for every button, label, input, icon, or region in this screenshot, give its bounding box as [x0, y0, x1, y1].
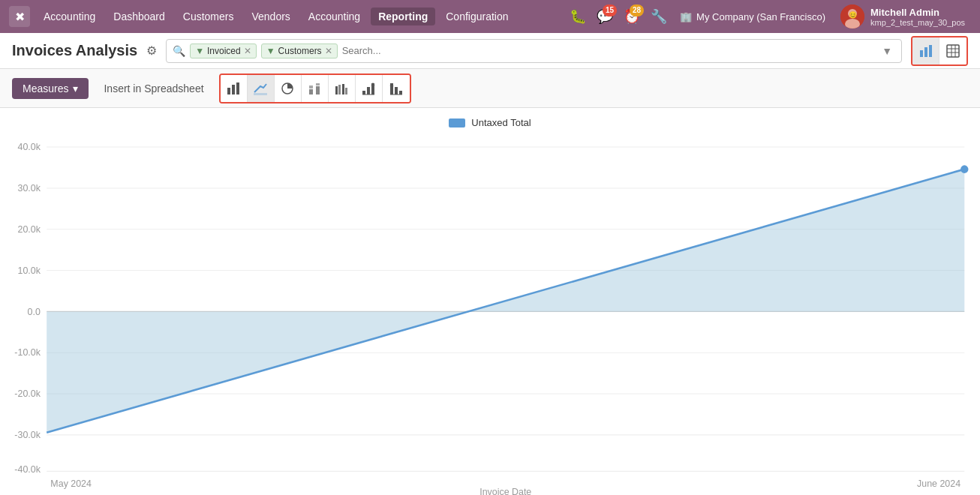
wrench-icon-btn[interactable]: 🔧: [647, 4, 671, 28]
svg-rect-27: [362, 91, 365, 94]
page-header: Invoices Analysis ⚙ 🔍 ▼ Invoiced ✕ ▼ Cus…: [0, 33, 980, 69]
svg-text:-10.0k: -10.0k: [14, 347, 41, 358]
clock-icon-btn[interactable]: ⏰ 28: [620, 4, 644, 28]
nav-item-configuration[interactable]: Configuration: [438, 8, 516, 26]
user-menu[interactable]: 😊 Mitchell Admin kmp_2_test_may_30_pos: [834, 4, 971, 28]
clock-badge: 28: [630, 4, 644, 16]
svg-text:😊: 😊: [849, 10, 858, 20]
page-title: Invoices Analysis: [12, 42, 137, 59]
svg-rect-22: [316, 83, 320, 86]
svg-rect-23: [335, 86, 338, 94]
chart-legend: Untaxed Total: [0, 108, 980, 131]
nav-item-accounting[interactable]: Accounting: [36, 8, 103, 26]
page-settings-icon[interactable]: ⚙: [146, 44, 157, 58]
grouped-bar-button[interactable]: [329, 75, 356, 102]
measures-button[interactable]: Measures ▾: [12, 78, 89, 99]
app-logo[interactable]: ✖: [9, 6, 30, 27]
chat-icon-btn[interactable]: 💬 15: [593, 4, 617, 28]
filter-invoiced-close[interactable]: ✕: [244, 46, 251, 56]
company-selector[interactable]: 🏢 My Company (San Francisco): [674, 11, 831, 22]
stacked-chart-button[interactable]: [302, 75, 329, 102]
company-name: My Company (San Francisco): [696, 11, 825, 22]
user-name: Mitchell Admin: [870, 7, 965, 18]
chart-area: Untaxed Total 40.0k 30.0k: [0, 108, 980, 495]
svg-text:10.0k: 10.0k: [18, 266, 41, 276]
svg-text:20.0k: 20.0k: [18, 224, 41, 235]
svg-text:40.0k: 40.0k: [18, 142, 41, 152]
search-dropdown-icon[interactable]: ▼: [879, 45, 895, 57]
svg-rect-14: [227, 88, 230, 94]
measures-label: Measures: [23, 82, 68, 94]
filter-customers-close[interactable]: ✕: [325, 46, 332, 56]
toolbar: Measures ▾ Insert in Spreadsheet: [0, 69, 980, 108]
company-building-icon: 🏢: [680, 11, 692, 22]
chat-badge: 15: [603, 4, 617, 16]
bar-chart-button[interactable]: [221, 75, 248, 102]
filter-tag-customers[interactable]: ▼ Customers ✕: [261, 44, 338, 58]
filter-funnel-icon: ▼: [195, 46, 204, 56]
svg-point-56: [960, 165, 968, 173]
svg-rect-15: [232, 85, 235, 94]
sort-asc-button[interactable]: [356, 75, 383, 102]
svg-rect-17: [254, 93, 267, 95]
legend-color-swatch: [449, 118, 465, 128]
svg-rect-7: [924, 47, 927, 57]
line-chart-button[interactable]: [248, 75, 275, 102]
table-view-button[interactable]: [939, 38, 966, 64]
pie-chart-button[interactable]: [275, 75, 302, 102]
chart-type-group: [219, 74, 411, 104]
legend-label: Untaxed Total: [471, 117, 531, 128]
svg-text:June 2024: June 2024: [917, 478, 960, 489]
search-magnifier-icon: 🔍: [173, 45, 185, 57]
svg-text:0.0: 0.0: [28, 307, 41, 317]
search-input[interactable]: [342, 45, 875, 56]
svg-rect-24: [338, 85, 341, 94]
filter-tag-invoiced[interactable]: ▼ Invoiced ✕: [190, 44, 257, 58]
chart-svg: 40.0k 30.0k 20.0k 10.0k 0.0 -10.0k -20.0…: [0, 131, 980, 495]
chart-view-button[interactable]: [912, 38, 939, 64]
search-bar: 🔍 ▼ Invoiced ✕ ▼ Customers ✕ ▼: [166, 39, 902, 63]
view-switch-group: [911, 36, 968, 66]
filter-customers-label: Customers: [278, 46, 322, 56]
svg-text:-20.0k: -20.0k: [14, 388, 41, 399]
nav-item-vendors[interactable]: Vendors: [244, 8, 297, 26]
top-navigation: ✖ Accounting Dashboard Customers Vendors…: [0, 0, 980, 33]
avatar: 😊: [840, 4, 864, 28]
filter-invoiced-label: Invoiced: [207, 46, 241, 56]
user-company-tag: kmp_2_test_may_30_pos: [870, 18, 965, 27]
svg-rect-28: [367, 87, 370, 94]
svg-rect-19: [309, 89, 313, 94]
nav-item-accounting2[interactable]: Accounting: [301, 8, 368, 26]
insert-spreadsheet-button[interactable]: Insert in Spreadsheet: [95, 78, 212, 99]
svg-text:✖: ✖: [15, 10, 25, 23]
nav-item-dashboard[interactable]: Dashboard: [106, 8, 173, 26]
svg-rect-26: [345, 88, 347, 94]
svg-rect-16: [236, 82, 239, 94]
nav-item-reporting[interactable]: Reporting: [371, 8, 435, 26]
svg-rect-9: [947, 45, 959, 57]
nav-item-customers[interactable]: Customers: [176, 8, 242, 26]
chart-container: 40.0k 30.0k 20.0k 10.0k 0.0 -10.0k -20.0…: [0, 131, 980, 495]
svg-text:30.0k: 30.0k: [18, 183, 41, 194]
bug-icon-btn[interactable]: 🐛: [566, 4, 590, 28]
svg-rect-20: [309, 86, 313, 88]
svg-text:-30.0k: -30.0k: [14, 430, 41, 440]
svg-rect-31: [390, 83, 393, 94]
user-info: Mitchell Admin kmp_2_test_may_30_pos: [870, 7, 965, 27]
svg-text:Invoice Date: Invoice Date: [479, 487, 531, 495]
sort-desc-button[interactable]: [383, 75, 410, 102]
svg-text:-40.0k: -40.0k: [14, 464, 41, 475]
svg-rect-32: [395, 87, 398, 94]
svg-rect-33: [399, 91, 402, 94]
svg-rect-8: [929, 45, 932, 57]
measures-arrow-icon: ▾: [73, 82, 78, 94]
svg-rect-21: [316, 86, 320, 94]
svg-text:May 2024: May 2024: [50, 478, 92, 489]
filter-funnel-icon2: ▼: [266, 46, 275, 56]
svg-rect-6: [920, 50, 923, 57]
svg-rect-25: [342, 84, 344, 94]
